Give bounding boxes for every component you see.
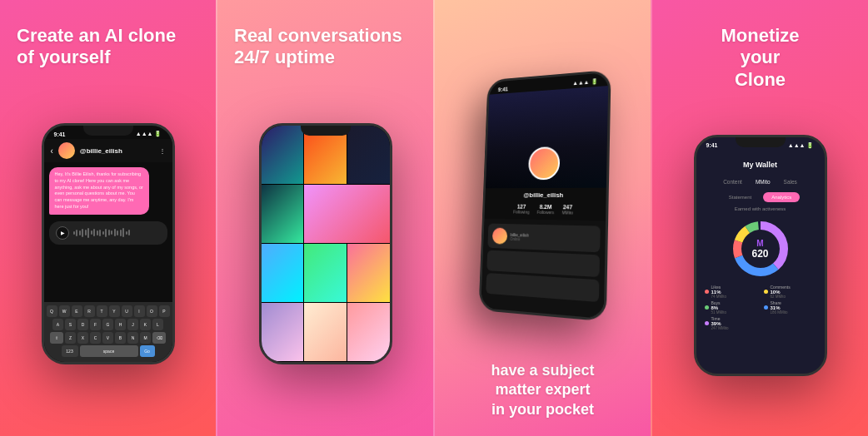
waveform: [73, 226, 161, 240]
play-button[interactable]: ▶: [56, 226, 69, 240]
phone-3-username: @billie_eilish: [485, 188, 606, 203]
panel-3-subtext: have a subject matter expert in your poc…: [491, 361, 594, 419]
key-x[interactable]: X: [77, 332, 88, 344]
photo-cell-8: [347, 244, 390, 302]
donut-total: 620: [751, 247, 768, 259]
key-z[interactable]: Z: [65, 332, 76, 344]
key-l[interactable]: L: [152, 319, 163, 330]
wallet-subtabs: Statement Analytics: [696, 190, 825, 205]
legend-time: Time 39% 247 MMito: [705, 316, 757, 330]
phone-1-username: @billie_eilish: [80, 147, 154, 155]
legend-text-buys: Buys 8% 51 MMito: [711, 300, 727, 315]
wallet-tab-content[interactable]: Content: [720, 177, 746, 186]
keyboard-row-2: A S D F G H J K L: [47, 319, 170, 330]
phone-1-mockup: 9:41 ▲▲▲ 🔋 ‹ @billie_eilish ⋮ Hey, It's …: [42, 123, 175, 364]
panel-real-conversations: Real conversations 24/7 uptime: [216, 0, 433, 436]
legend-dot-share: [764, 305, 768, 310]
keyboard-area: Q W E R T Y U I O P A S D: [44, 302, 172, 362]
panel-subject-expert: 9:41 ▲▲▲ 🔋 @billie_eilish 127: [433, 0, 651, 436]
key-i[interactable]: I: [134, 305, 145, 317]
key-h[interactable]: H: [115, 319, 126, 330]
phone-2-mockup: [259, 123, 392, 364]
legend-grid: Likes 11% 74 MMito Comments 10% 62 MMito: [696, 285, 825, 337]
legend-dot-buys: [705, 305, 709, 310]
key-v[interactable]: V: [102, 332, 113, 344]
legend-text-likes: Likes 11% 74 MMito: [711, 285, 727, 299]
legend-share: Share 31% 186 MMito: [764, 300, 816, 315]
key-a[interactable]: A: [52, 319, 63, 330]
panel-4-headline: Monetize your Clone: [721, 25, 799, 91]
legend-text-time: Time 39% 247 MMito: [711, 316, 729, 330]
wallet-title: My Wallet: [743, 161, 777, 169]
key-s[interactable]: S: [65, 319, 76, 330]
photo-cell-10: [304, 303, 347, 361]
key-f[interactable]: F: [90, 319, 101, 330]
key-c[interactable]: C: [90, 332, 101, 344]
keyboard-row-3: ⇧ Z X C V B N M ⌫: [47, 332, 170, 344]
legend-text-comments: Comments 10% 62 MMito: [771, 285, 791, 299]
phone-2-notch: [301, 126, 351, 136]
legend-text-share: Share 31% 186 MMito: [771, 300, 788, 315]
key-y[interactable]: Y: [109, 305, 120, 317]
key-r[interactable]: R: [84, 305, 95, 317]
key-u[interactable]: U: [122, 305, 132, 317]
legend-dot-comments: [764, 290, 768, 294]
photo-cell-6: [262, 244, 304, 302]
stat-following: 127 Following: [513, 204, 530, 215]
key-q[interactable]: Q: [47, 305, 57, 317]
mmito-icon: M: [751, 238, 768, 247]
photo-cell-5: [304, 185, 389, 243]
key-backspace[interactable]: ⌫: [152, 332, 166, 344]
wallet-tab-mmito[interactable]: MMito: [752, 177, 774, 186]
photo-cell-3: [347, 126, 390, 184]
panel-monetize: Monetize your Clone 9:41 ▲▲▲ 🔋 My Wallet…: [651, 0, 868, 436]
legend-dot-time: [705, 321, 709, 325]
key-j[interactable]: J: [127, 319, 138, 330]
key-n[interactable]: N: [127, 332, 138, 344]
phone-3-mockup: 9:41 ▲▲▲ 🔋 @billie_eilish 127: [478, 70, 611, 322]
key-t[interactable]: T: [97, 305, 107, 317]
phone-4-notch: [736, 137, 786, 147]
key-e[interactable]: E: [72, 305, 82, 317]
key-shift[interactable]: ⇧: [50, 332, 63, 344]
wallet-subtab-analytics[interactable]: Analytics: [763, 192, 800, 202]
keyboard-row-1: Q W E R T Y U I O P: [47, 305, 170, 317]
phone-1-content: 9:41 ▲▲▲ 🔋 ‹ @billie_eilish ⋮ Hey, It's …: [44, 126, 172, 362]
photo-cell-4: [262, 185, 304, 243]
key-g[interactable]: G: [102, 319, 113, 330]
wallet-subtab-statement[interactable]: Statement: [721, 192, 760, 202]
phone-4-mockup: 9:41 ▲▲▲ 🔋 My Wallet Content MMito Sales…: [694, 135, 827, 376]
back-arrow-icon: ‹: [51, 146, 53, 156]
wallet-tab-sales[interactable]: Sales: [781, 177, 801, 186]
chat-area: Hey, It's Billie Eilish, thanks for subs…: [44, 162, 172, 302]
legend-buys: Buys 8% 51 MMito: [705, 300, 757, 315]
wallet-header: My Wallet: [696, 151, 825, 174]
key-p[interactable]: P: [159, 305, 170, 317]
phone-2-content: [262, 126, 390, 362]
photo-cell-11: [347, 303, 390, 361]
play-icon: ▶: [61, 230, 65, 235]
key-k[interactable]: K: [140, 319, 151, 330]
photo-grid: [262, 126, 390, 362]
phone-3-wrapper: 9:41 ▲▲▲ 🔋 @billie_eilish 127: [464, 81, 627, 310]
user-avatar: [58, 142, 75, 159]
key-space[interactable]: space: [80, 345, 138, 357]
stat-mmito: 247 MMito: [561, 204, 573, 215]
stat-followers: 8.2M Followers: [536, 204, 554, 215]
photo-cell-9: [262, 303, 304, 361]
key-o[interactable]: O: [147, 305, 157, 317]
donut-chart: M 620: [731, 220, 790, 278]
wallet-tabs: Content MMito Sales: [696, 174, 825, 190]
photo-cell-1: [262, 126, 304, 184]
key-d[interactable]: D: [77, 319, 88, 330]
photo-cell-7: [304, 244, 347, 302]
key-123[interactable]: 123: [62, 345, 78, 357]
chat-bubble: Hey, It's Billie Eilish, thanks for subs…: [49, 167, 150, 214]
key-b[interactable]: B: [115, 332, 126, 344]
phone-3-stats: 127 Following 8.2M Followers 247 MMito: [484, 201, 606, 217]
panel-create-clone: Create an AI clone of yourself 9:41 ▲▲▲ …: [0, 0, 216, 436]
key-go[interactable]: Go: [140, 345, 155, 357]
panel-1-headline: Create an AI clone of yourself: [17, 25, 176, 69]
key-m[interactable]: M: [140, 332, 151, 344]
key-w[interactable]: W: [59, 305, 70, 317]
